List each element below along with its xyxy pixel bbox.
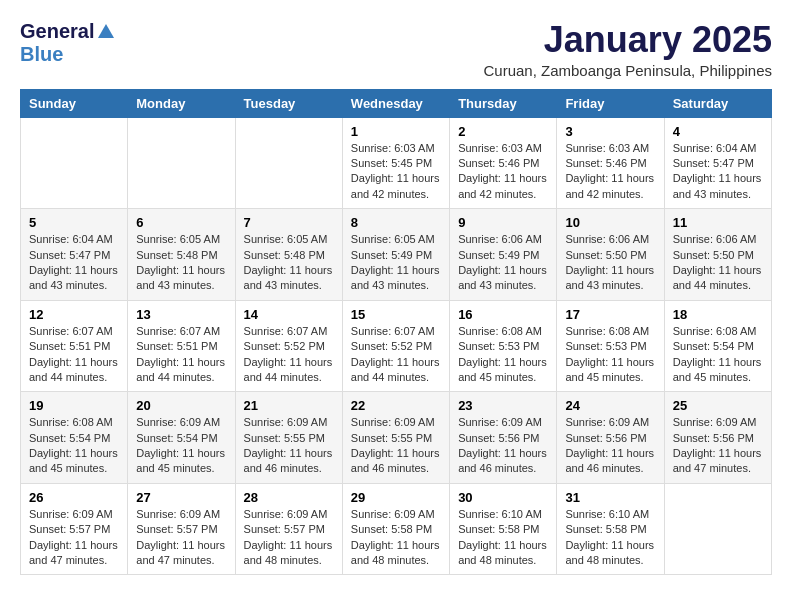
day-info: Sunrise: 6:03 AM Sunset: 5:46 PM Dayligh… — [565, 141, 655, 203]
day-info: Sunrise: 6:06 AM Sunset: 5:50 PM Dayligh… — [565, 232, 655, 294]
day-info: Sunrise: 6:06 AM Sunset: 5:49 PM Dayligh… — [458, 232, 548, 294]
day-number: 8 — [351, 215, 441, 230]
weekday-header-friday: Friday — [557, 89, 664, 117]
day-number: 22 — [351, 398, 441, 413]
calendar-cell: 28Sunrise: 6:09 AM Sunset: 5:57 PM Dayli… — [235, 483, 342, 575]
calendar-cell — [128, 117, 235, 209]
logo-blue-text: Blue — [20, 43, 63, 66]
calendar-cell: 20Sunrise: 6:09 AM Sunset: 5:54 PM Dayli… — [128, 392, 235, 484]
weekday-header-row: SundayMondayTuesdayWednesdayThursdayFrid… — [21, 89, 772, 117]
header: General Blue January 2025 Curuan, Zamboa… — [20, 20, 772, 79]
day-number: 27 — [136, 490, 226, 505]
calendar-cell: 1Sunrise: 6:03 AM Sunset: 5:45 PM Daylig… — [342, 117, 449, 209]
day-info: Sunrise: 6:10 AM Sunset: 5:58 PM Dayligh… — [458, 507, 548, 569]
day-number: 29 — [351, 490, 441, 505]
svg-marker-0 — [98, 24, 114, 38]
day-number: 16 — [458, 307, 548, 322]
weekday-header-thursday: Thursday — [450, 89, 557, 117]
calendar-cell — [664, 483, 771, 575]
location-title: Curuan, Zamboanga Peninsula, Philippines — [483, 62, 772, 79]
day-info: Sunrise: 6:04 AM Sunset: 5:47 PM Dayligh… — [673, 141, 763, 203]
day-info: Sunrise: 6:09 AM Sunset: 5:57 PM Dayligh… — [136, 507, 226, 569]
calendar-cell: 11Sunrise: 6:06 AM Sunset: 5:50 PM Dayli… — [664, 209, 771, 301]
day-info: Sunrise: 6:09 AM Sunset: 5:57 PM Dayligh… — [29, 507, 119, 569]
calendar-cell: 21Sunrise: 6:09 AM Sunset: 5:55 PM Dayli… — [235, 392, 342, 484]
day-info: Sunrise: 6:09 AM Sunset: 5:56 PM Dayligh… — [673, 415, 763, 477]
calendar-cell — [21, 117, 128, 209]
month-title: January 2025 — [483, 20, 772, 60]
day-number: 4 — [673, 124, 763, 139]
day-info: Sunrise: 6:05 AM Sunset: 5:49 PM Dayligh… — [351, 232, 441, 294]
calendar-cell: 14Sunrise: 6:07 AM Sunset: 5:52 PM Dayli… — [235, 300, 342, 392]
day-number: 13 — [136, 307, 226, 322]
day-info: Sunrise: 6:09 AM Sunset: 5:56 PM Dayligh… — [565, 415, 655, 477]
day-info: Sunrise: 6:07 AM Sunset: 5:51 PM Dayligh… — [136, 324, 226, 386]
calendar-cell: 17Sunrise: 6:08 AM Sunset: 5:53 PM Dayli… — [557, 300, 664, 392]
calendar-cell: 16Sunrise: 6:08 AM Sunset: 5:53 PM Dayli… — [450, 300, 557, 392]
day-number: 6 — [136, 215, 226, 230]
calendar-cell: 30Sunrise: 6:10 AM Sunset: 5:58 PM Dayli… — [450, 483, 557, 575]
title-area: January 2025 Curuan, Zamboanga Peninsula… — [483, 20, 772, 79]
day-info: Sunrise: 6:04 AM Sunset: 5:47 PM Dayligh… — [29, 232, 119, 294]
calendar-cell — [235, 117, 342, 209]
day-number: 20 — [136, 398, 226, 413]
week-row-3: 12Sunrise: 6:07 AM Sunset: 5:51 PM Dayli… — [21, 300, 772, 392]
calendar-cell: 10Sunrise: 6:06 AM Sunset: 5:50 PM Dayli… — [557, 209, 664, 301]
calendar-cell: 31Sunrise: 6:10 AM Sunset: 5:58 PM Dayli… — [557, 483, 664, 575]
day-number: 28 — [244, 490, 334, 505]
day-number: 3 — [565, 124, 655, 139]
day-number: 26 — [29, 490, 119, 505]
day-number: 5 — [29, 215, 119, 230]
day-number: 2 — [458, 124, 548, 139]
calendar-table: SundayMondayTuesdayWednesdayThursdayFrid… — [20, 89, 772, 576]
day-info: Sunrise: 6:06 AM Sunset: 5:50 PM Dayligh… — [673, 232, 763, 294]
day-number: 12 — [29, 307, 119, 322]
day-number: 21 — [244, 398, 334, 413]
day-info: Sunrise: 6:07 AM Sunset: 5:52 PM Dayligh… — [351, 324, 441, 386]
day-info: Sunrise: 6:09 AM Sunset: 5:54 PM Dayligh… — [136, 415, 226, 477]
calendar-cell: 29Sunrise: 6:09 AM Sunset: 5:58 PM Dayli… — [342, 483, 449, 575]
calendar-cell: 6Sunrise: 6:05 AM Sunset: 5:48 PM Daylig… — [128, 209, 235, 301]
day-info: Sunrise: 6:09 AM Sunset: 5:55 PM Dayligh… — [351, 415, 441, 477]
day-info: Sunrise: 6:09 AM Sunset: 5:57 PM Dayligh… — [244, 507, 334, 569]
day-info: Sunrise: 6:08 AM Sunset: 5:53 PM Dayligh… — [458, 324, 548, 386]
day-info: Sunrise: 6:09 AM Sunset: 5:55 PM Dayligh… — [244, 415, 334, 477]
day-number: 15 — [351, 307, 441, 322]
calendar-cell: 19Sunrise: 6:08 AM Sunset: 5:54 PM Dayli… — [21, 392, 128, 484]
day-number: 31 — [565, 490, 655, 505]
day-info: Sunrise: 6:05 AM Sunset: 5:48 PM Dayligh… — [136, 232, 226, 294]
day-number: 18 — [673, 307, 763, 322]
calendar-cell: 13Sunrise: 6:07 AM Sunset: 5:51 PM Dayli… — [128, 300, 235, 392]
day-number: 11 — [673, 215, 763, 230]
calendar-cell: 26Sunrise: 6:09 AM Sunset: 5:57 PM Dayli… — [21, 483, 128, 575]
day-info: Sunrise: 6:08 AM Sunset: 5:54 PM Dayligh… — [673, 324, 763, 386]
day-info: Sunrise: 6:03 AM Sunset: 5:46 PM Dayligh… — [458, 141, 548, 203]
logo: General Blue — [20, 20, 116, 66]
week-row-4: 19Sunrise: 6:08 AM Sunset: 5:54 PM Dayli… — [21, 392, 772, 484]
day-number: 10 — [565, 215, 655, 230]
week-row-1: 1Sunrise: 6:03 AM Sunset: 5:45 PM Daylig… — [21, 117, 772, 209]
day-number: 23 — [458, 398, 548, 413]
day-info: Sunrise: 6:09 AM Sunset: 5:56 PM Dayligh… — [458, 415, 548, 477]
logo-icon — [96, 22, 116, 42]
day-number: 17 — [565, 307, 655, 322]
day-number: 24 — [565, 398, 655, 413]
day-number: 19 — [29, 398, 119, 413]
day-number: 1 — [351, 124, 441, 139]
calendar-cell: 18Sunrise: 6:08 AM Sunset: 5:54 PM Dayli… — [664, 300, 771, 392]
day-info: Sunrise: 6:07 AM Sunset: 5:52 PM Dayligh… — [244, 324, 334, 386]
calendar-cell: 25Sunrise: 6:09 AM Sunset: 5:56 PM Dayli… — [664, 392, 771, 484]
weekday-header-tuesday: Tuesday — [235, 89, 342, 117]
day-number: 7 — [244, 215, 334, 230]
calendar-cell: 3Sunrise: 6:03 AM Sunset: 5:46 PM Daylig… — [557, 117, 664, 209]
calendar-cell: 9Sunrise: 6:06 AM Sunset: 5:49 PM Daylig… — [450, 209, 557, 301]
calendar-cell: 7Sunrise: 6:05 AM Sunset: 5:48 PM Daylig… — [235, 209, 342, 301]
day-number: 30 — [458, 490, 548, 505]
day-number: 25 — [673, 398, 763, 413]
calendar-cell: 2Sunrise: 6:03 AM Sunset: 5:46 PM Daylig… — [450, 117, 557, 209]
calendar-cell: 23Sunrise: 6:09 AM Sunset: 5:56 PM Dayli… — [450, 392, 557, 484]
day-info: Sunrise: 6:09 AM Sunset: 5:58 PM Dayligh… — [351, 507, 441, 569]
day-info: Sunrise: 6:08 AM Sunset: 5:53 PM Dayligh… — [565, 324, 655, 386]
calendar-cell: 15Sunrise: 6:07 AM Sunset: 5:52 PM Dayli… — [342, 300, 449, 392]
weekday-header-monday: Monday — [128, 89, 235, 117]
